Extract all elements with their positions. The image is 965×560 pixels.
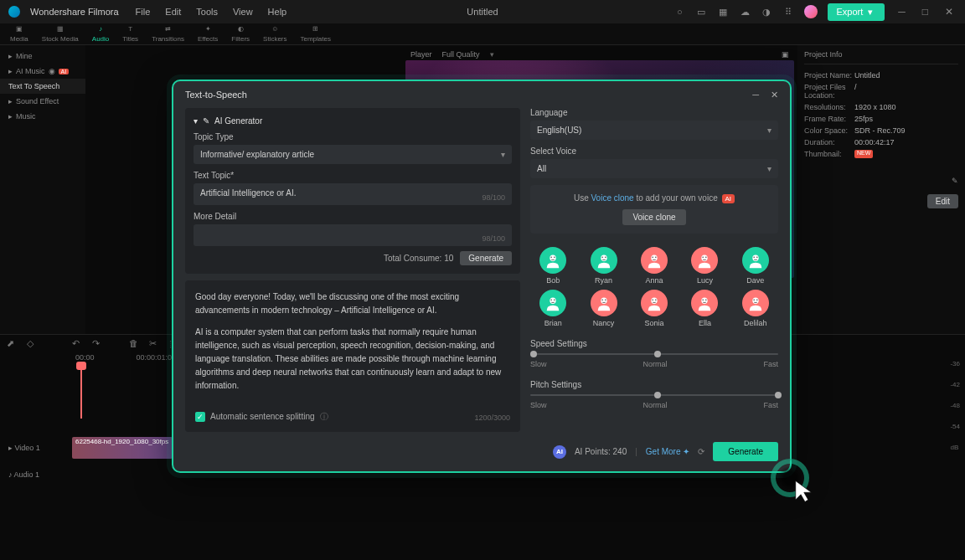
cut-icon[interactable]: ✂ xyxy=(149,338,161,350)
app-name: Wondershare Filmora xyxy=(30,7,119,17)
export-button[interactable]: Export▾ xyxy=(828,3,885,21)
sidebar-item-ai-music[interactable]: ▸ AI Music ◉ AI xyxy=(0,64,85,79)
avatar-icon xyxy=(742,290,769,316)
voice-filter-select[interactable]: All▾ xyxy=(530,159,778,178)
avatar-icon xyxy=(742,247,769,274)
generate-button[interactable]: Generate xyxy=(713,442,778,461)
titles-icon: T xyxy=(125,23,137,33)
cursor-icon[interactable]: ◇ xyxy=(27,338,39,350)
tab-templates[interactable]: ⊞Templates xyxy=(294,23,338,44)
voice-lucy[interactable]: Lucy xyxy=(682,247,727,285)
tab-effects[interactable]: ✦Effects xyxy=(191,23,224,44)
svg-point-29 xyxy=(756,300,757,301)
tab-filters[interactable]: ◐Filters xyxy=(224,23,256,44)
user-avatar[interactable] xyxy=(804,5,818,18)
generate-text-button[interactable]: Generate xyxy=(460,251,512,265)
voice-clone-link[interactable]: Voice clone xyxy=(591,193,634,203)
tab-media[interactable]: ▣Media xyxy=(3,23,35,44)
svg-point-8 xyxy=(655,257,656,258)
sidebar-item-music[interactable]: ▸ Music xyxy=(0,109,85,124)
close-icon[interactable]: ✕ xyxy=(942,6,957,18)
voice-ryan[interactable]: Ryan xyxy=(581,247,626,285)
edit-thumbnail-icon[interactable]: ✎ xyxy=(952,177,958,185)
voice-delilah[interactable]: Delilah xyxy=(733,290,778,327)
language-select[interactable]: English(US)▾ xyxy=(530,121,778,140)
voice-brian[interactable]: Brian xyxy=(530,290,575,327)
video-clip[interactable]: 6225468-hd_1920_1080_30fps xyxy=(72,437,173,459)
more-detail-label: More Detail xyxy=(194,212,512,221)
topic-type-select[interactable]: Informative/ explanatory article▾ xyxy=(194,145,512,164)
menu-edit[interactable]: Edit xyxy=(165,7,181,17)
avatar-icon xyxy=(591,290,617,316)
auto-split-checkbox[interactable]: ✓ xyxy=(195,412,205,422)
svg-point-17 xyxy=(554,300,555,301)
chevron-down-icon: ▾ xyxy=(767,164,771,173)
tab-titles[interactable]: TTitles xyxy=(116,23,145,44)
voice-nancy[interactable]: Nancy xyxy=(581,290,626,327)
svg-point-11 xyxy=(705,257,706,258)
edit-button[interactable]: Edit xyxy=(927,194,958,208)
close-icon[interactable]: ✕ xyxy=(771,90,778,100)
avatar-icon xyxy=(539,247,566,274)
apps-icon[interactable]: ⠿ xyxy=(782,6,794,18)
ai-generator-panel: ▾✎AI Generator Topic Type Informative/ e… xyxy=(185,108,520,274)
chevron-down-icon: ▾ xyxy=(868,7,873,18)
screen-icon[interactable]: ▭ xyxy=(695,6,707,18)
voice-clone-button[interactable]: Voice clone xyxy=(622,209,685,225)
pitch-slider[interactable] xyxy=(530,394,778,396)
avatar-icon xyxy=(641,247,668,274)
maximize-icon[interactable]: □ xyxy=(919,6,931,18)
voice-anna[interactable]: Anna xyxy=(632,247,677,285)
modal-title: Text-to-Speech xyxy=(185,90,247,100)
pointer-icon[interactable]: ⬈ xyxy=(7,338,18,350)
player-quality[interactable]: Full Quality xyxy=(442,50,480,59)
tab-transitions[interactable]: ⇄Transitions xyxy=(145,23,191,44)
minimize-icon[interactable]: ─ xyxy=(752,90,759,100)
record-icon[interactable]: ○ xyxy=(673,6,685,18)
avatar-icon xyxy=(591,247,617,274)
svg-point-22 xyxy=(652,300,653,301)
tool-tabs: ▣Media ▦Stock Media ♪Audio TTitles ⇄Tran… xyxy=(0,23,965,45)
get-more-link[interactable]: Get More ✦ xyxy=(646,447,689,456)
audio-track-icon[interactable]: ♪ xyxy=(8,470,13,479)
refresh-icon[interactable]: ⟳ xyxy=(698,447,704,456)
text-topic-input[interactable]: Artificial Intelligence or AI.98/100 xyxy=(194,183,512,205)
cloud-icon[interactable]: ☁ xyxy=(739,6,751,18)
sidebar-item-sfx[interactable]: ▸ Sound Effect xyxy=(0,94,85,109)
stickers-icon: ☺ xyxy=(269,23,281,33)
info-icon[interactable]: ⓘ xyxy=(320,410,328,424)
collapse-icon[interactable]: ▾ xyxy=(194,116,198,126)
speed-slider[interactable] xyxy=(530,353,778,355)
menu-help[interactable]: Help xyxy=(268,7,287,17)
video-track-icon[interactable]: ▸ xyxy=(8,444,13,452)
media-icon: ▣ xyxy=(13,23,25,33)
menu-view[interactable]: View xyxy=(233,7,253,17)
svg-point-26 xyxy=(705,300,706,301)
menu-file[interactable]: File xyxy=(136,7,151,17)
redo-icon[interactable]: ↷ xyxy=(92,338,104,350)
menu-tools[interactable]: Tools xyxy=(196,7,218,17)
svg-point-2 xyxy=(554,257,555,258)
support-icon[interactable]: ◑ xyxy=(761,6,772,18)
inspector-header: Project Info xyxy=(804,50,958,64)
voice-dave[interactable]: Dave xyxy=(733,247,778,285)
voice-sonia[interactable]: Sonia xyxy=(632,290,677,327)
voice-ella[interactable]: Ella xyxy=(682,290,727,327)
minimize-icon[interactable]: ─ xyxy=(895,6,909,18)
svg-point-4 xyxy=(601,257,602,258)
undo-icon[interactable]: ↶ xyxy=(72,338,84,350)
playhead[interactable] xyxy=(80,368,82,419)
output-textarea[interactable]: Good day everyone! Today, we'll be discu… xyxy=(185,280,520,432)
more-detail-input[interactable]: 98/100 xyxy=(194,224,512,246)
svg-point-14 xyxy=(756,257,757,258)
tab-audio[interactable]: ♪Audio xyxy=(85,23,116,44)
sidebar-item-mine[interactable]: ▸ Mine xyxy=(0,49,85,64)
delete-icon[interactable]: 🗑 xyxy=(129,338,141,350)
snapshot-icon[interactable]: ▣ xyxy=(782,50,789,59)
voice-bob[interactable]: Bob xyxy=(530,247,575,285)
tab-stock[interactable]: ▦Stock Media xyxy=(35,23,85,44)
tab-stickers[interactable]: ☺Stickers xyxy=(256,23,293,44)
sidebar-item-tts[interactable]: Text To Speech xyxy=(0,79,85,94)
svg-point-19 xyxy=(601,300,602,301)
library-icon[interactable]: ▦ xyxy=(717,6,729,18)
